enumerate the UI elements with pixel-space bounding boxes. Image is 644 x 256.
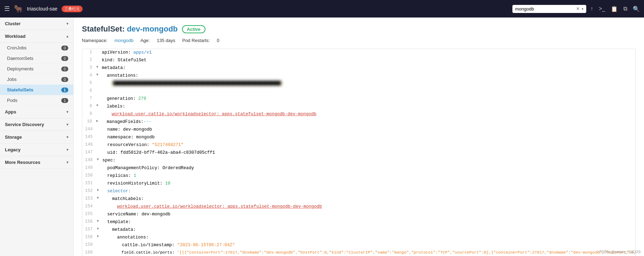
code-line: 144 name: dev-mongodb [82, 126, 635, 134]
service-discovery-chevron: ▾ [66, 123, 68, 126]
cluster-label: Cluster [5, 21, 21, 26]
terminal-icon[interactable]: >_ [599, 6, 605, 12]
sidebar-section-legacy[interactable]: Legacy ▾ [0, 144, 73, 156]
page-title: StatefulSet: dev-mongodb [82, 25, 178, 34]
legacy-label: Legacy [5, 147, 21, 152]
pod-restarts-value: 0 [217, 38, 219, 43]
namespace-label: Namespace: [82, 38, 107, 43]
logo-icon: 🐂 [14, 5, 23, 13]
sidebar-section-cluster[interactable]: Cluster ▾ [0, 18, 73, 30]
code-line: 160 field.cattle.io/ports: '[{{"containe… [82, 249, 635, 256]
page-meta: Namespace: mongodb Age: 135 days Pod Res… [82, 38, 636, 43]
file-icon[interactable]: 📋 [611, 6, 618, 12]
resource-name: dev-mongodb [127, 25, 177, 33]
code-line: 9 workload.user.cattle.io/workloadselect… [82, 111, 635, 118]
code-line: 146 resourceVersion: "5217468271" [82, 141, 635, 149]
sidebar-item-label: StatefulSets [7, 87, 33, 92]
code-line: 149 podManagementPolicy: OrderedReady [82, 165, 635, 172]
sidebar-item-label: CronJobs [7, 45, 27, 50]
code-line: 145 namespace: mongodb [82, 134, 635, 141]
sidebar-item-deployments[interactable]: Deployments 0 [0, 64, 73, 74]
sidebar: Cluster ▾ Workload ▴ CronJobs 0 DaemonSe… [0, 18, 74, 256]
search-clear-button[interactable]: ✕ [576, 6, 580, 11]
project-name: triascloud-sae [27, 6, 57, 12]
sidebar-item-daemonsets[interactable]: DaemonSets 0 [0, 53, 73, 64]
project-badge: 三叠纪元 [62, 6, 83, 12]
code-line: 150 replicas: 1 [82, 172, 635, 180]
topbar: ☰ 🐂 triascloud-sae 三叠纪元 ✕ ▾ ↑ >_ 📋 ⧉ 🔍 [0, 0, 644, 18]
copy-icon[interactable]: ⧉ [623, 6, 627, 12]
sidebar-item-jobs[interactable]: Jobs 0 [0, 74, 73, 85]
pod-restarts-label: Pod Restarts: [182, 38, 210, 43]
cluster-chevron: ▾ [66, 22, 68, 26]
search-input[interactable] [515, 6, 574, 12]
code-line: 6 [82, 88, 635, 95]
storage-label: Storage [5, 134, 22, 140]
upload-icon[interactable]: ↑ [590, 6, 593, 12]
age-value: 135 days [157, 38, 175, 43]
code-line: 147 uid: fdd5812d-bf7f-462a-aba4-c8307d0… [82, 149, 635, 157]
more-resources-label: More Resources [5, 160, 40, 165]
search-box[interactable]: ✕ ▾ [512, 5, 586, 13]
sidebar-item-cronjobs[interactable]: CronJobs 0 [0, 43, 73, 53]
workload-chevron: ▴ [66, 34, 68, 38]
cronjobs-count: 0 [61, 46, 68, 50]
apps-chevron: ▾ [66, 110, 68, 114]
code-line: 2 kind: StatefulSet [82, 57, 635, 64]
sidebar-section-apps[interactable]: Apps ▾ [0, 106, 73, 118]
sidebar-item-statefulsets[interactable]: StatefulSets 1 [0, 85, 73, 95]
code-line: 153 ▼ matchLabels: [82, 195, 635, 203]
code-viewer: 1 apiVersion: apps/v1 2 kind: StatefulSe… [82, 49, 636, 256]
legacy-chevron: ▾ [66, 148, 68, 152]
sidebar-section-workload[interactable]: Workload ▴ [0, 30, 73, 43]
watermark: CSDN-@weixin_316329 [599, 250, 640, 254]
code-line: 1 apiVersion: apps/v1 [82, 49, 635, 57]
code-line: 4 ▼ annotations: [82, 72, 635, 80]
code-line: 3 ▼ metadata: [82, 64, 635, 72]
workload-label: Workload [5, 34, 26, 39]
sidebar-section-more-resources[interactable]: More Resources ▾ [0, 156, 73, 169]
sidebar-section-storage[interactable]: Storage ▾ [0, 131, 73, 144]
search-dropdown-button[interactable]: ▾ [582, 7, 583, 11]
apps-label: Apps [5, 109, 16, 115]
service-discovery-label: Service Discovery [5, 122, 44, 127]
code-line: 159 cattle.io/timestamp: "2023-06-15T06:… [82, 242, 635, 249]
code-line: 10 ▶ managedFields:··· [82, 118, 635, 126]
sidebar-item-pods[interactable]: Pods 1 [0, 95, 73, 106]
sidebar-item-label: Pods [7, 98, 18, 103]
jobs-count: 0 [61, 77, 68, 82]
more-resources-chevron: ▾ [66, 160, 68, 164]
code-line: 158 ▼ annotations: [82, 234, 635, 242]
sidebar-item-label: Deployments [7, 66, 34, 71]
code-line: 5 ██████████████████████████████████████… [82, 80, 635, 88]
sidebar-item-label: Jobs [7, 77, 16, 82]
page-header: StatefulSet: dev-mongodb Active [82, 25, 636, 34]
resource-type: StatefulSet: [82, 25, 125, 33]
menu-icon[interactable]: ☰ [4, 5, 10, 13]
code-line: 151 revisionHistoryLimit: 10 [82, 180, 635, 188]
search-icon[interactable]: 🔍 [633, 6, 640, 12]
code-line: 152 ▼ selector: [82, 188, 635, 195]
content-area: StatefulSet: dev-mongodb Active Namespac… [74, 18, 644, 256]
code-line: 7 generation: 279 [82, 95, 635, 103]
topbar-actions: ↑ >_ 📋 ⧉ 🔍 [590, 6, 640, 12]
code-line: 157 ▼ metadata: [82, 226, 635, 234]
code-line: 8 ▼ labels: [82, 103, 635, 111]
daemonsets-count: 0 [61, 56, 68, 61]
storage-chevron: ▾ [66, 135, 68, 139]
code-line: 154 workload.user.cattle.io/workloadsele… [82, 203, 635, 211]
deployments-count: 0 [61, 67, 68, 71]
main-layout: Cluster ▾ Workload ▴ CronJobs 0 DaemonSe… [0, 18, 644, 256]
statefulsets-count: 1 [61, 88, 68, 92]
code-line: 155 serviceName: dev-mongodb [82, 211, 635, 219]
age-label: Age: [140, 38, 150, 43]
sidebar-section-service-discovery[interactable]: Service Discovery ▾ [0, 118, 73, 131]
pods-count: 1 [61, 98, 68, 103]
code-line: 148 ▼ spec: [82, 157, 635, 165]
code-line: 156 ▼ template: [82, 219, 635, 226]
status-badge: Active [182, 25, 205, 33]
namespace-link[interactable]: mongodb [114, 38, 133, 43]
sidebar-item-label: DaemonSets [7, 56, 33, 61]
